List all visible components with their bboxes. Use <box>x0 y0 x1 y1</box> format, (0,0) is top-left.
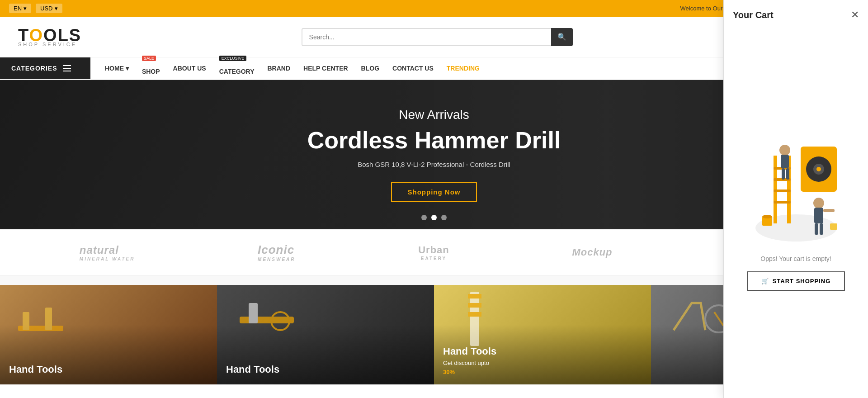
brand-urban[interactable]: UrbanEATERY <box>418 244 449 261</box>
cart-shop-icon: 🛒 <box>761 278 769 284</box>
svg-rect-31 <box>814 208 823 223</box>
exclusive-badge: EXCLUSIVE <box>219 56 247 61</box>
search-icon: 🔍 <box>557 33 566 41</box>
hero-dots <box>421 215 447 220</box>
sale-badge: SALE <box>142 56 156 61</box>
logo-sub: SHOP SERVICE <box>18 42 81 47</box>
hero-title: Cordless Hammer Drill <box>307 127 561 154</box>
product-card-1[interactable]: Hand Tools <box>0 285 217 384</box>
product-card-2[interactable]: Hand Tools <box>217 285 434 384</box>
nav-item-category: EXCLUSIVE CATEGORY <box>214 54 260 83</box>
svg-rect-33 <box>820 223 823 235</box>
brand-iconic[interactable]: IconicMENSWEAR <box>258 243 295 262</box>
product-content-1: Hand Tools <box>0 355 71 384</box>
lang-chevron: ▾ <box>24 5 27 12</box>
nav-link-brand[interactable]: BRAND <box>262 57 296 80</box>
hero-description: Bosh GSR 10,8 V-LI-2 Professional - Cord… <box>307 161 561 168</box>
product-discount-3: 30% <box>443 369 496 375</box>
svg-rect-34 <box>823 209 835 212</box>
svg-rect-29 <box>786 168 789 180</box>
categories-button[interactable]: CATEGORIES <box>0 57 90 79</box>
start-shopping-label: START SHOPPING <box>773 278 831 284</box>
svg-rect-20 <box>774 190 791 192</box>
nav-item-help: HELP CENTER <box>298 57 354 80</box>
language-selector[interactable]: EN ▾ <box>9 4 31 13</box>
nav-link-blog[interactable]: BLOG <box>356 57 385 80</box>
nav-item-blog: BLOG <box>356 57 385 80</box>
svg-point-36 <box>762 215 772 218</box>
cart-close-button[interactable]: ✕ <box>851 9 859 21</box>
svg-point-25 <box>816 167 821 171</box>
cart-panel: Your Cart ✕ <box>723 0 868 398</box>
product-content-3: Hand Tools Get discount upto 30% <box>434 336 505 384</box>
svg-rect-37 <box>830 223 837 230</box>
svg-rect-28 <box>782 168 785 180</box>
nav-item-contact: CONTACT US <box>387 57 439 80</box>
hero-cta-button[interactable]: Shopping Now <box>391 182 477 202</box>
hamburger-icon <box>63 65 71 71</box>
nav-link-help[interactable]: HELP CENTER <box>298 57 354 80</box>
svg-point-30 <box>813 198 824 208</box>
product-subtitle-3: Get discount upto <box>443 360 496 366</box>
tool-illustration-4 <box>665 294 732 344</box>
svg-line-14 <box>714 312 723 326</box>
search-bar: 🔍 <box>302 28 573 46</box>
svg-rect-10 <box>468 294 481 298</box>
hero-content: New Arrivals Cordless Hammer Drill Bosh … <box>307 108 561 202</box>
nav-item-home: HOME ▾ <box>99 57 134 80</box>
cart-title: Your Cart <box>733 10 774 20</box>
currency-label: USD <box>40 5 52 12</box>
search-button[interactable]: 🔍 <box>551 28 573 46</box>
cart-empty-message: Opps! Your cart is empty! <box>760 255 831 262</box>
top-bar-left: EN ▾ USD ▾ <box>9 4 62 13</box>
nav-link-trending[interactable]: TRENDING <box>441 57 485 80</box>
cart-header: Your Cart ✕ <box>733 9 859 21</box>
svg-rect-5 <box>45 308 52 330</box>
hero-dot-3[interactable] <box>441 215 447 220</box>
cart-illustration: Opps! Your cart is empty! 🛒 START SHOPPI… <box>733 30 859 389</box>
logo[interactable]: TOOLS SHOP SERVICE <box>18 27 81 47</box>
product-card-3[interactable]: Hand Tools Get discount upto 30% <box>434 285 651 384</box>
nav-item-shop: SALE SHOP <box>137 54 165 83</box>
product-title-3: Hand Tools <box>443 346 496 357</box>
svg-rect-11 <box>468 303 481 308</box>
lang-label: EN <box>14 5 22 12</box>
hero-subtitle: New Arrivals <box>307 108 561 122</box>
nav-item-trending: TRENDING <box>441 57 485 80</box>
tool-illustration-2 <box>235 294 298 348</box>
currency-selector[interactable]: USD ▾ <box>36 4 62 13</box>
start-shopping-button[interactable]: 🛒 START SHOPPING <box>747 271 845 291</box>
tool-illustration-1 <box>14 298 68 353</box>
svg-rect-27 <box>781 155 789 168</box>
svg-rect-12 <box>468 312 481 317</box>
nav-links: HOME ▾ SALE SHOP ABOUT US EXCLUSIVE CATE… <box>90 57 494 79</box>
currency-chevron: ▾ <box>55 5 58 12</box>
svg-point-26 <box>779 145 790 156</box>
nav-link-home[interactable]: HOME ▾ <box>99 57 134 80</box>
nav-link-contact[interactable]: CONTACT US <box>387 57 439 80</box>
brand-natural[interactable]: naturalMINERAL WATER <box>80 244 135 261</box>
hero-dot-2[interactable] <box>431 215 437 220</box>
brand-mockup[interactable]: Mockup <box>572 246 612 258</box>
nav-item-about: ABOUT US <box>168 57 212 80</box>
cart-empty-illustration <box>746 128 846 246</box>
svg-rect-6 <box>240 317 294 323</box>
svg-rect-4 <box>23 312 29 330</box>
svg-rect-32 <box>815 223 818 235</box>
categories-label: CATEGORIES <box>11 65 57 72</box>
hero-dot-1[interactable] <box>421 215 427 220</box>
svg-rect-7 <box>249 303 258 323</box>
product-title-1: Hand Tools <box>9 364 62 375</box>
nav-item-brand: BRAND <box>262 57 296 80</box>
product-title-2: Hand Tools <box>226 364 279 375</box>
product-content-2: Hand Tools <box>217 355 288 384</box>
svg-rect-21 <box>774 201 791 204</box>
nav-link-about[interactable]: ABOUT US <box>168 57 212 80</box>
search-input[interactable] <box>302 28 573 46</box>
